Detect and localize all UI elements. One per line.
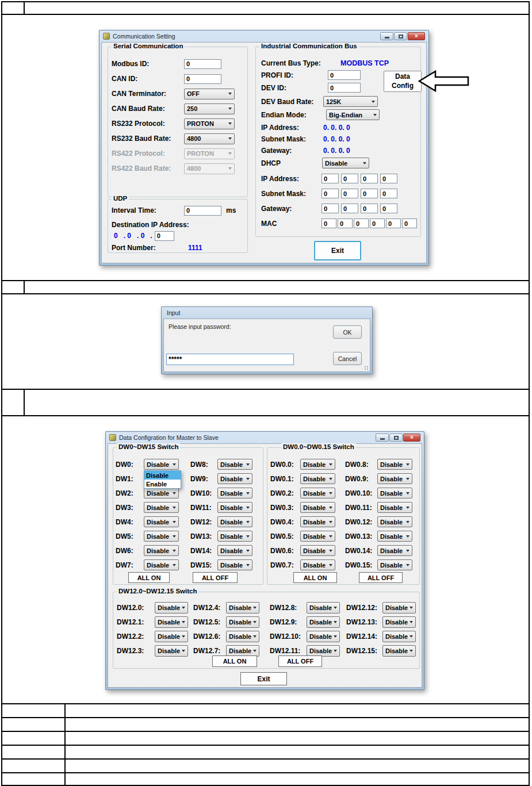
exit-button[interactable]: Exit (240, 672, 287, 685)
dw-select[interactable]: Disable (300, 559, 335, 570)
dw-select[interactable]: Disable (307, 616, 340, 628)
dw-select[interactable]: Disable (155, 602, 188, 614)
all-on-button[interactable]: ALL ON (212, 655, 257, 667)
ip-octet-input[interactable] (322, 174, 339, 183)
rs232-baud-select[interactable]: 4800 (184, 133, 235, 144)
dw-select[interactable]: Disable (377, 488, 412, 499)
mac-octet-input[interactable] (338, 218, 353, 228)
dw-select[interactable]: Disable (377, 531, 412, 542)
ok-button[interactable]: OK (333, 325, 362, 339)
ip-octet-input[interactable] (380, 174, 397, 183)
dw-select[interactable]: Disable (377, 545, 412, 556)
all-on-button[interactable]: ALL ON (293, 572, 337, 583)
all-off-button[interactable]: ALL OFF (193, 572, 238, 583)
close-button[interactable]: × (403, 434, 420, 442)
minimize-button[interactable] (376, 434, 389, 442)
gateway-octet-input[interactable] (341, 204, 358, 213)
subnet-octet-input[interactable] (341, 189, 358, 198)
dw-select[interactable]: Disable (144, 502, 179, 513)
dest-ip-last-octet-input[interactable] (155, 231, 174, 241)
ip-octet-input[interactable] (341, 174, 358, 183)
gateway-octet-input[interactable] (380, 204, 397, 213)
rs232-protocol-select[interactable]: PROTON (184, 118, 235, 129)
endian-mode-select[interactable]: Big-Endian (326, 109, 380, 120)
dw-select[interactable]: Disable (144, 559, 179, 570)
maximize-button[interactable] (394, 32, 407, 40)
dw-select[interactable]: Disable (382, 645, 416, 657)
maximize-button[interactable] (389, 434, 403, 442)
dw-select[interactable]: Disable (217, 502, 252, 513)
subnet-octet-input[interactable] (361, 189, 378, 198)
dw-select[interactable]: Disable (217, 473, 252, 484)
dw-select[interactable]: Disable (300, 545, 335, 556)
gateway-octet-input[interactable] (361, 204, 378, 213)
dw-select[interactable]: Disable (155, 616, 188, 628)
modbus-id-input[interactable] (184, 59, 221, 69)
all-off-button[interactable]: ALL OFF (359, 572, 403, 583)
dw-select[interactable]: Disable (377, 473, 412, 484)
dw-select[interactable]: Disable (217, 516, 252, 527)
dw-select[interactable]: Disable (217, 559, 252, 570)
can-terminator-select[interactable]: OFF (184, 89, 235, 99)
mac-octet-input[interactable] (402, 218, 417, 228)
dw-select[interactable]: Disable (217, 459, 252, 470)
gateway-octet-input[interactable] (322, 204, 339, 213)
dw-select[interactable]: Disable (226, 602, 259, 614)
dw-select[interactable]: Disable (307, 645, 340, 657)
resize-grip[interactable] (364, 366, 369, 370)
dropdown-option-disable[interactable]: Disable (144, 471, 181, 480)
dw-select[interactable]: Disable (377, 559, 412, 570)
dw-select[interactable]: Disable (217, 531, 252, 542)
mac-octet-input[interactable] (322, 218, 336, 228)
title-bar[interactable]: Input (163, 307, 370, 319)
dw-select[interactable]: Disable (226, 645, 259, 657)
dw-select[interactable]: Disable (144, 488, 179, 499)
mac-octet-input[interactable] (354, 218, 369, 228)
subnet-octet-input[interactable] (322, 189, 339, 198)
can-id-input[interactable] (184, 74, 221, 84)
minimize-button[interactable] (380, 32, 393, 40)
all-on-button[interactable]: ALL ON (128, 572, 170, 583)
dw-select[interactable]: Disable (307, 602, 340, 614)
can-baud-select[interactable]: 250 (184, 103, 235, 114)
dev-baud-select[interactable]: 125K (323, 96, 378, 107)
dropdown-option-enable[interactable]: Enable (144, 480, 181, 488)
dw-select[interactable]: Disable (144, 531, 179, 542)
subnet-octet-input[interactable] (380, 189, 397, 198)
dw-select[interactable]: Disable (226, 616, 259, 628)
dw-select[interactable]: Disable (377, 502, 412, 513)
ip-octet-input[interactable] (361, 174, 378, 183)
dw-select[interactable]: Disable (144, 459, 179, 470)
dw-select[interactable]: Disable (300, 516, 335, 527)
dw-select[interactable]: Disable (300, 531, 335, 542)
dw-select[interactable]: Disable (155, 645, 188, 657)
cancel-button[interactable]: Cancel (333, 352, 362, 365)
dw-select[interactable]: Disable (300, 459, 335, 470)
dhcp-select[interactable]: Disable (322, 158, 369, 168)
title-bar[interactable]: Data Configration for Master to Slave × (108, 432, 422, 443)
data-config-button[interactable]: Data Config (384, 71, 422, 92)
dw-select[interactable]: Disable (144, 516, 179, 527)
dw-select[interactable]: Disable (382, 616, 416, 628)
dw-select[interactable]: Disable (377, 459, 412, 470)
dw-select[interactable]: Disable (300, 488, 335, 499)
mac-octet-input[interactable] (370, 218, 385, 228)
close-button[interactable]: × (408, 32, 425, 40)
dw-select[interactable]: Disable (382, 602, 416, 614)
interval-time-input[interactable] (184, 206, 221, 216)
mac-octet-input[interactable] (386, 218, 401, 228)
dw-select[interactable]: Disable (300, 502, 335, 513)
title-bar[interactable]: Communication Setting × (101, 30, 427, 42)
exit-button[interactable]: Exit (314, 241, 361, 260)
dw-select[interactable]: Disable (307, 631, 340, 642)
password-input[interactable] (166, 354, 294, 365)
dw-select[interactable]: Disable (217, 488, 252, 499)
profi-id-input[interactable] (328, 70, 361, 80)
dw-select[interactable]: Disable (377, 516, 412, 527)
dw-select[interactable]: Disable (226, 631, 259, 642)
dw-select[interactable]: Disable (217, 545, 252, 556)
dw-select[interactable]: Disable (144, 545, 179, 556)
dev-id-input[interactable] (328, 83, 361, 93)
dw-select[interactable]: Disable (382, 631, 416, 642)
all-off-button[interactable]: ALL OFF (278, 655, 322, 667)
